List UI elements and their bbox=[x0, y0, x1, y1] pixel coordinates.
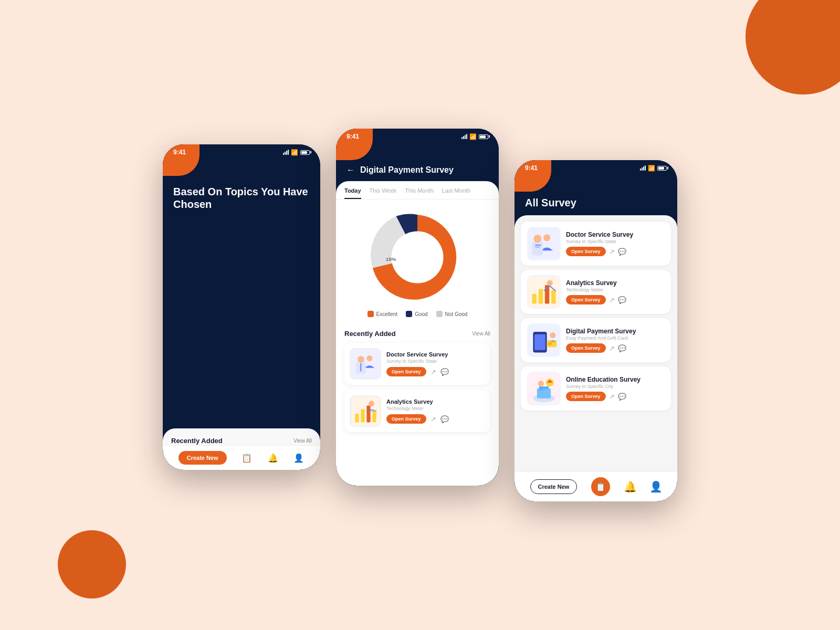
status-bar-center: 9:41 📶 bbox=[336, 129, 499, 142]
open-btn-doctor-right[interactable]: Open Survey bbox=[566, 247, 606, 256]
mini-card-analytics: Analytics Survey Technology Meter Open S… bbox=[344, 390, 490, 432]
msg-icon-doctor-center[interactable]: 💬 bbox=[440, 368, 449, 376]
tab-this-month[interactable]: This Month bbox=[405, 187, 433, 199]
mini-thumb-analytics bbox=[350, 395, 381, 427]
user-icon-right[interactable]: 👤 bbox=[650, 481, 662, 492]
svg-rect-27 bbox=[366, 405, 370, 422]
svg-rect-35 bbox=[535, 247, 540, 248]
list-thumb-doctor bbox=[527, 227, 561, 260]
bell-icon-left[interactable]: 🔔 bbox=[267, 452, 279, 464]
list-actions-digital-payment: Open Survey ↗ 💬 bbox=[566, 343, 665, 353]
svg-rect-44 bbox=[534, 334, 545, 350]
user-icon-left[interactable]: 👤 bbox=[293, 452, 304, 464]
list-title-analytics: Analytics Survey bbox=[566, 279, 665, 287]
battery-icon-right bbox=[657, 166, 667, 171]
msg-icon-analytics-center[interactable]: 💬 bbox=[440, 415, 449, 423]
list-card-analytics: Analytics Survey Technology Meter Open S… bbox=[521, 270, 671, 314]
svg-point-41 bbox=[547, 280, 553, 286]
create-new-btn-left[interactable]: Create New bbox=[178, 451, 227, 465]
list-card-doctor: Doctor Service Survey Survey In Specific… bbox=[521, 222, 671, 266]
mini-card-doctor: Doctor Service Survey Survey In Specific… bbox=[344, 343, 490, 385]
list-info-education: Online Education Survey Survey In Specif… bbox=[566, 376, 665, 401]
share-icon-education-right[interactable]: ↗ bbox=[609, 393, 615, 401]
back-btn-center[interactable]: ← bbox=[346, 165, 355, 175]
list-sub-analytics: Technology Meter bbox=[566, 287, 665, 292]
view-all-center: View All bbox=[472, 331, 490, 337]
open-btn-analytics-center[interactable]: Open Survey bbox=[386, 414, 426, 424]
phone-center: 9:41 📶 ← Digital Payment Survey Today bbox=[336, 129, 499, 486]
mini-actions-doctor: Open Survey ↗ 💬 bbox=[386, 367, 485, 376]
phone-left: 9:41 📶 Based On Topics You Have Chosen R… bbox=[163, 144, 320, 470]
list-actions-education: Open Survey ↗ 💬 bbox=[566, 392, 665, 401]
phone-right-content: Doctor Service Survey Survey In Specific… bbox=[514, 215, 677, 471]
time-right: 9:41 bbox=[525, 164, 538, 172]
list-info-digital-payment: Digital Payment Survey Esay Payment And … bbox=[566, 328, 665, 353]
list-thumb-digital-payment bbox=[527, 323, 561, 357]
svg-point-33 bbox=[533, 235, 541, 243]
phone-left-content: Recently Added View All Open Survey ↗ bbox=[163, 428, 320, 445]
phone-right: 9:41 📶 All Survey bbox=[514, 160, 677, 501]
signal-icon-right bbox=[640, 165, 646, 171]
list-info-analytics: Analytics Survey Technology Meter Open S… bbox=[566, 279, 665, 304]
status-bar-right: 9:41 📶 bbox=[514, 160, 677, 174]
tab-this-week[interactable]: This Week bbox=[370, 187, 397, 199]
list-sub-digital-payment: Esay Payment And Grift Card bbox=[566, 335, 665, 341]
tab-last-month[interactable]: Last Month bbox=[442, 187, 470, 199]
msg-icon-digital-right[interactable]: 💬 bbox=[618, 344, 626, 352]
clipboard-icon-left[interactable]: 📋 bbox=[241, 452, 253, 464]
tab-bar-center: Today This Week This Month Last Month bbox=[336, 181, 499, 200]
center-recently: Recently Added View All bbox=[336, 324, 499, 486]
pie-chart: 60% 25% 15% bbox=[370, 210, 465, 304]
svg-point-20 bbox=[366, 355, 372, 361]
svg-point-22 bbox=[357, 355, 364, 362]
bottom-nav-right: Create New 📋 🔔 👤 bbox=[514, 471, 677, 501]
phone-left-header: Based On Topics You Have Chosen bbox=[163, 158, 320, 397]
phone-left-title: Based On Topics You Have Chosen bbox=[173, 185, 310, 211]
share-icon-doctor-center[interactable]: ↗ bbox=[430, 368, 436, 376]
open-btn-analytics-right[interactable]: Open Survey bbox=[566, 295, 606, 304]
phone-center-screen: 9:41 📶 ← Digital Payment Survey Today bbox=[336, 129, 499, 486]
svg-rect-25 bbox=[355, 414, 359, 423]
msg-icon-doctor-right[interactable]: 💬 bbox=[618, 248, 626, 256]
msg-icon-education-right[interactable]: 💬 bbox=[618, 393, 626, 401]
open-btn-digital-payment-right[interactable]: Open Survey bbox=[566, 343, 606, 353]
share-icon-digital-right[interactable]: ↗ bbox=[609, 344, 615, 352]
right-title: All Survey bbox=[525, 197, 667, 209]
svg-rect-28 bbox=[372, 410, 376, 422]
mini-thumb-doctor bbox=[350, 348, 381, 380]
svg-point-47 bbox=[550, 332, 555, 338]
bell-icon-right[interactable]: 🔔 bbox=[624, 481, 636, 492]
legend-excellent-label: Excellent bbox=[376, 311, 398, 317]
wifi-icon-left: 📶 bbox=[291, 149, 298, 156]
clipboard-icon-right[interactable]: 📋 bbox=[591, 477, 610, 496]
list-thumb-analytics bbox=[527, 275, 561, 309]
chart-area: 60% 25% 15% Excellent Good bbox=[336, 200, 499, 324]
bottom-nav-left: Create New 📋 🔔 👤 bbox=[163, 445, 320, 470]
wifi-icon-center: 📶 bbox=[469, 133, 477, 140]
mini-info-analytics: Analytics Survey Technology Meter Open S… bbox=[386, 398, 485, 424]
list-info-doctor: Doctor Service Survey Survey In Specific… bbox=[566, 231, 665, 256]
list-card-education: Online Education Survey Survey In Specif… bbox=[521, 366, 671, 411]
center-title: Digital Payment Survey bbox=[360, 165, 454, 175]
share-icon-analytics-center[interactable]: ↗ bbox=[430, 415, 436, 423]
open-btn-education-right[interactable]: Open Survey bbox=[566, 392, 606, 401]
tab-today[interactable]: Today bbox=[344, 187, 361, 199]
share-icon-analytics-right[interactable]: ↗ bbox=[609, 296, 615, 304]
legend-not-good-label: Not Good bbox=[445, 311, 468, 317]
legend-dot-not-good bbox=[436, 311, 443, 317]
legend-dot-good bbox=[406, 311, 412, 317]
share-icon-doctor-right[interactable]: ↗ bbox=[609, 248, 615, 256]
msg-icon-analytics-right[interactable]: 💬 bbox=[618, 296, 626, 304]
open-btn-doctor-center[interactable]: Open Survey bbox=[386, 367, 426, 376]
svg-rect-34 bbox=[535, 245, 541, 246]
list-title-education: Online Education Survey bbox=[566, 376, 665, 383]
svg-rect-32 bbox=[532, 242, 543, 255]
list-thumb-education bbox=[527, 372, 561, 405]
signal-icon-center bbox=[461, 134, 467, 139]
mini-title-analytics: Analytics Survey bbox=[386, 398, 485, 405]
mini-sub-analytics: Technology Meter bbox=[386, 406, 485, 411]
phone-right-screen: 9:41 📶 All Survey bbox=[514, 160, 677, 501]
create-new-btn-right[interactable]: Create New bbox=[530, 479, 578, 494]
list-card-digital-payment: Digital Payment Survey Esay Payment And … bbox=[521, 318, 671, 362]
time-center: 9:41 bbox=[346, 133, 359, 140]
